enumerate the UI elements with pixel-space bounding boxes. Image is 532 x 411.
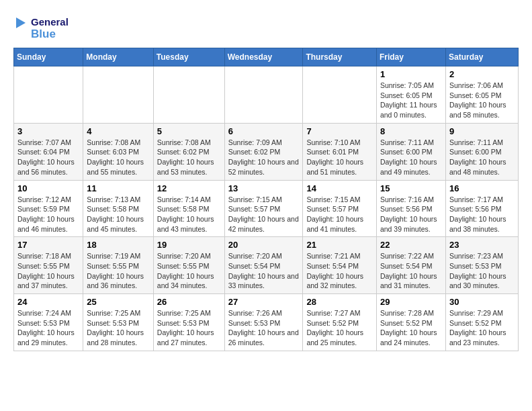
day-number: 16 [449,183,515,193]
calendar-cell [14,66,83,124]
day-info: Sunrise: 7:13 AM Sunset: 5:58 PM Dayligh… [87,195,149,234]
day-info: Sunrise: 7:15 AM Sunset: 5:57 PM Dayligh… [306,195,373,234]
day-number: 10 [17,183,79,193]
day-number: 22 [380,240,442,250]
calendar-cell: 20Sunrise: 7:20 AM Sunset: 5:54 PM Dayli… [224,237,303,294]
day-number: 1 [380,69,442,79]
weekday-header-thursday: Thursday [303,48,377,66]
day-info: Sunrise: 7:06 AM Sunset: 6:05 PM Dayligh… [449,81,515,120]
day-number: 2 [449,69,515,79]
day-info: Sunrise: 7:28 AM Sunset: 5:52 PM Dayligh… [380,308,442,348]
day-number: 20 [228,240,300,250]
weekday-header-sunday: Sunday [14,48,83,66]
day-number: 5 [157,126,221,136]
day-number: 21 [306,240,373,250]
day-number: 18 [87,240,149,250]
day-info: Sunrise: 7:17 AM Sunset: 5:56 PM Dayligh… [449,195,515,234]
day-info: Sunrise: 7:21 AM Sunset: 5:54 PM Dayligh… [306,251,373,291]
day-info: Sunrise: 7:18 AM Sunset: 5:55 PM Dayligh… [17,251,79,291]
day-info: Sunrise: 7:11 AM Sunset: 6:00 PM Dayligh… [380,138,442,177]
day-info: Sunrise: 7:11 AM Sunset: 6:00 PM Dayligh… [449,138,515,177]
calendar-cell: 10Sunrise: 7:12 AM Sunset: 5:59 PM Dayli… [14,180,83,237]
day-info: Sunrise: 7:20 AM Sunset: 5:55 PM Dayligh… [157,251,221,291]
day-info: Sunrise: 7:23 AM Sunset: 5:53 PM Dayligh… [449,251,515,291]
day-info: Sunrise: 7:27 AM Sunset: 5:52 PM Dayligh… [306,308,373,348]
day-info: Sunrise: 7:19 AM Sunset: 5:55 PM Dayligh… [87,251,149,291]
calendar-cell: 11Sunrise: 7:13 AM Sunset: 5:58 PM Dayli… [83,180,153,237]
day-number: 28 [306,297,373,307]
calendar-cell: 3Sunrise: 7:07 AM Sunset: 6:04 PM Daylig… [14,123,83,180]
day-info: Sunrise: 7:14 AM Sunset: 5:58 PM Dayligh… [157,195,221,234]
weekday-header-saturday: Saturday [445,48,518,66]
calendar-cell: 16Sunrise: 7:17 AM Sunset: 5:56 PM Dayli… [445,180,518,237]
calendar-cell [303,66,377,124]
logo-blue: Blue [31,28,69,41]
logo-general: General [31,16,69,28]
calendar-cell: 4Sunrise: 7:08 AM Sunset: 6:03 PM Daylig… [83,123,153,180]
day-info: Sunrise: 7:25 AM Sunset: 5:53 PM Dayligh… [87,308,149,348]
calendar-table: SundayMondayTuesdayWednesdayThursdayFrid… [13,48,519,351]
calendar-cell: 2Sunrise: 7:06 AM Sunset: 6:05 PM Daylig… [445,66,518,124]
page-header: General Blue [13,13,519,41]
day-info: Sunrise: 7:08 AM Sunset: 6:03 PM Dayligh… [87,138,149,177]
day-number: 17 [17,240,79,250]
calendar-cell: 21Sunrise: 7:21 AM Sunset: 5:54 PM Dayli… [303,237,377,294]
calendar-cell: 12Sunrise: 7:14 AM Sunset: 5:58 PM Dayli… [153,180,224,237]
calendar-cell: 15Sunrise: 7:16 AM Sunset: 5:56 PM Dayli… [376,180,445,237]
day-info: Sunrise: 7:08 AM Sunset: 6:02 PM Dayligh… [157,138,221,177]
day-number: 29 [380,297,442,307]
day-number: 9 [449,126,515,136]
calendar-cell: 1Sunrise: 7:05 AM Sunset: 6:05 PM Daylig… [376,66,445,124]
day-number: 3 [17,126,79,136]
day-number: 8 [380,126,442,136]
day-info: Sunrise: 7:25 AM Sunset: 5:53 PM Dayligh… [157,308,221,348]
calendar-cell: 26Sunrise: 7:25 AM Sunset: 5:53 PM Dayli… [153,294,224,351]
weekday-header-tuesday: Tuesday [153,48,224,66]
calendar-cell: 22Sunrise: 7:22 AM Sunset: 5:54 PM Dayli… [376,237,445,294]
calendar-cell: 29Sunrise: 7:28 AM Sunset: 5:52 PM Dayli… [376,294,445,351]
calendar-cell: 25Sunrise: 7:25 AM Sunset: 5:53 PM Dayli… [83,294,153,351]
calendar-week-row: 24Sunrise: 7:24 AM Sunset: 5:53 PM Dayli… [14,294,519,351]
weekday-header-friday: Friday [376,48,445,66]
calendar-cell: 5Sunrise: 7:08 AM Sunset: 6:02 PM Daylig… [153,123,224,180]
calendar-week-row: 3Sunrise: 7:07 AM Sunset: 6:04 PM Daylig… [14,123,519,180]
calendar-cell [224,66,303,124]
day-number: 13 [228,183,300,193]
day-number: 25 [87,297,149,307]
calendar-cell: 7Sunrise: 7:10 AM Sunset: 6:01 PM Daylig… [303,123,377,180]
calendar-header-row: SundayMondayTuesdayWednesdayThursdayFrid… [14,48,519,66]
calendar-cell: 27Sunrise: 7:26 AM Sunset: 5:53 PM Dayli… [224,294,303,351]
calendar-cell: 17Sunrise: 7:18 AM Sunset: 5:55 PM Dayli… [14,237,83,294]
day-number: 24 [17,297,79,307]
calendar-cell: 23Sunrise: 7:23 AM Sunset: 5:53 PM Dayli… [445,237,518,294]
day-number: 12 [157,183,221,193]
weekday-header-monday: Monday [83,48,153,66]
day-number: 27 [228,297,300,307]
day-info: Sunrise: 7:07 AM Sunset: 6:04 PM Dayligh… [17,138,79,177]
calendar-cell: 18Sunrise: 7:19 AM Sunset: 5:55 PM Dayli… [83,237,153,294]
day-info: Sunrise: 7:26 AM Sunset: 5:53 PM Dayligh… [228,308,300,348]
day-info: Sunrise: 7:20 AM Sunset: 5:54 PM Dayligh… [228,251,300,291]
day-info: Sunrise: 7:24 AM Sunset: 5:53 PM Dayligh… [17,308,79,348]
day-info: Sunrise: 7:29 AM Sunset: 5:52 PM Dayligh… [449,308,515,348]
day-info: Sunrise: 7:10 AM Sunset: 6:01 PM Dayligh… [306,138,373,177]
day-info: Sunrise: 7:22 AM Sunset: 5:54 PM Dayligh… [380,251,442,291]
day-number: 7 [306,126,373,136]
calendar-cell: 9Sunrise: 7:11 AM Sunset: 6:00 PM Daylig… [445,123,518,180]
calendar-cell: 19Sunrise: 7:20 AM Sunset: 5:55 PM Dayli… [153,237,224,294]
day-info: Sunrise: 7:05 AM Sunset: 6:05 PM Dayligh… [380,81,442,120]
calendar-week-row: 10Sunrise: 7:12 AM Sunset: 5:59 PM Dayli… [14,180,519,237]
calendar-cell [153,66,224,124]
calendar-week-row: 1Sunrise: 7:05 AM Sunset: 6:05 PM Daylig… [14,66,519,124]
calendar-cell: 28Sunrise: 7:27 AM Sunset: 5:52 PM Dayli… [303,294,377,351]
day-info: Sunrise: 7:09 AM Sunset: 6:02 PM Dayligh… [228,138,300,177]
day-number: 14 [306,183,373,193]
calendar-week-row: 17Sunrise: 7:18 AM Sunset: 5:55 PM Dayli… [14,237,519,294]
day-number: 6 [228,126,300,136]
day-number: 15 [380,183,442,193]
day-info: Sunrise: 7:16 AM Sunset: 5:56 PM Dayligh… [380,195,442,234]
day-number: 11 [87,183,149,193]
weekday-header-wednesday: Wednesday [224,48,303,66]
calendar-cell [83,66,153,124]
day-number: 4 [87,126,149,136]
